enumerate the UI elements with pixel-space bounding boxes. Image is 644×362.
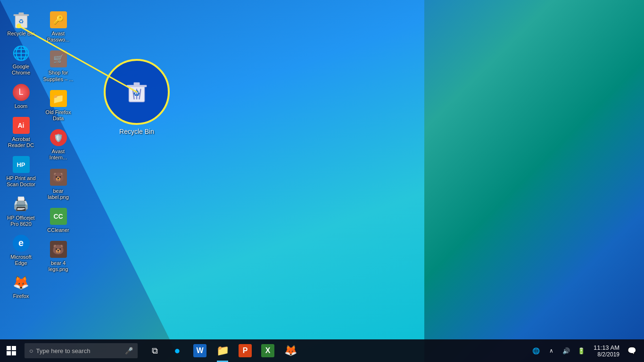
svg-text:♻: ♻ — [18, 18, 24, 25]
network-status-icon: 🌐 — [532, 347, 540, 354]
acrobat-icon: Ai — [12, 116, 31, 135]
search-bar[interactable]: ○ Type here to search 🎤 — [25, 343, 138, 358]
avast-intern-icon: 🛡️ — [49, 128, 68, 147]
firefox-icon: 🦊 — [12, 273, 31, 292]
desktop-icon-old-firefox[interactable]: 📁 Old Firefox Data — [41, 87, 76, 124]
loom-label: Loom — [15, 103, 28, 109]
old-firefox-icon: 📁 — [49, 89, 68, 108]
recycle-bin-icon: ♻ — [12, 10, 31, 29]
battery-icon[interactable]: 🔋 — [574, 339, 589, 362]
desktop-icon-hp-print[interactable]: HP HP Print and Scan Doctor — [3, 153, 39, 190]
taskbar-powerpoint[interactable]: P — [234, 339, 256, 362]
taskbar-right-area: 🌐 ∧ 🔊 🔋 11:13 AM 8/2/2019 🗨️ — [528, 339, 644, 362]
task-view-icon: ⧉ — [152, 346, 158, 356]
hp-officejet-icon: 🖨️ — [12, 195, 31, 214]
search-placeholder: Type here to search — [36, 347, 125, 354]
edge-label: Microsoft Edge — [5, 254, 37, 266]
hp-officejet-label: HP Officejet Pro 8620 — [5, 215, 37, 227]
taskbar: ○ Type here to search 🎤 ⧉ ● W 📁 P X 🦊 — [0, 339, 644, 362]
desktop-icon-loom[interactable]: L Loom — [3, 81, 39, 112]
desktop-icon-edge[interactable]: e Microsoft Edge — [3, 231, 39, 269]
desktop-icon-avast-intern[interactable]: 🛡️ Avast Intern... — [41, 126, 76, 163]
chrome-icon: 🌐 — [12, 43, 31, 62]
highlighted-recycle-bin-label: Recycle Bin — [119, 128, 154, 135]
desktop-icon-ccleaner[interactable]: CC CCleaner — [41, 205, 76, 236]
desktop-icon-firefox[interactable]: 🦊 Firefox — [3, 271, 39, 302]
clock-date: 8/2/2019 — [597, 351, 619, 358]
svg-rect-2 — [18, 13, 24, 15]
old-firefox-label: Old Firefox Data — [42, 109, 74, 122]
desktop-background — [0, 0, 644, 362]
highlight-circle: ♻ — [104, 59, 170, 125]
svg-rect-6 — [134, 82, 140, 85]
notification-button[interactable]: 🗨️ — [624, 339, 639, 362]
firefox-label: Firefox — [13, 293, 29, 299]
ccleaner-icon: CC — [49, 207, 68, 226]
recycle-bin-highlight: ♻ Recycle Bin — [104, 59, 170, 135]
shop-label: Shop for Supplies – ... — [42, 70, 74, 82]
file-explorer-icon: 📁 — [216, 345, 229, 357]
excel-icon: X — [261, 344, 274, 357]
desktop-icon-bear-label[interactable]: 🐻 bear label.png — [41, 165, 76, 203]
windows-logo — [7, 346, 16, 355]
recycle-bin-label: Recycle Bin — [7, 31, 34, 37]
desktop-icon-hp-officejet[interactable]: 🖨️ HP Officejet Pro 8620 — [3, 192, 39, 230]
hp-print-label: HP Print and Scan Doctor — [5, 175, 37, 188]
desktop-icon-acrobat[interactable]: Ai Acrobat Reader DC — [3, 114, 39, 151]
desktop-icon-bear4[interactable]: 🐻 bear 4 legs.png — [41, 238, 76, 275]
cortana-icon: ● — [174, 345, 180, 357]
microphone-icon: 🎤 — [125, 347, 133, 354]
svg-text:♻: ♻ — [133, 89, 140, 98]
bear-label-label: bear label.png — [42, 188, 74, 200]
chevron-up-icon[interactable]: ∧ — [544, 339, 559, 362]
avast-intern-label: Avast Intern... — [42, 148, 74, 161]
desktop-icons-area: ♻ Recycle Bin 🌐 Google Chrome L Loom Ai … — [0, 5, 80, 343]
loom-icon: L — [12, 83, 31, 102]
taskbar-excel[interactable]: X — [256, 339, 279, 362]
desktop-icon-shop[interactable]: 🛒 Shop for Supplies – ... — [41, 47, 76, 84]
ccleaner-label: CCleaner — [47, 227, 69, 233]
notification-icon: 🗨️ — [627, 346, 636, 355]
taskbar-file-explorer[interactable]: 📁 — [211, 339, 234, 362]
avast-pass-label: Avast Passwo... — [42, 31, 74, 43]
network-icon[interactable]: 🌐 — [528, 339, 544, 362]
highlighted-recycle-bin-icon: ♻ — [125, 81, 148, 103]
search-icon: ○ — [29, 347, 33, 354]
desktop-icon-avast-pass[interactable]: 🔑 Avast Passwo... — [41, 8, 76, 45]
taskbar-firefox[interactable]: 🦊 — [279, 339, 302, 362]
acrobat-label: Acrobat Reader DC — [5, 136, 37, 148]
desktop-icon-chrome[interactable]: 🌐 Google Chrome — [3, 41, 39, 78]
desktop-icon-recycle-bin[interactable]: ♻ Recycle Bin — [3, 8, 39, 39]
word-icon: W — [193, 344, 206, 357]
bear4-label: bear 4 legs.png — [42, 260, 74, 272]
powerpoint-icon: P — [239, 344, 252, 357]
bear-label-icon: 🐻 — [49, 168, 68, 187]
clock-time: 11:13 AM — [594, 344, 619, 351]
edge-icon: e — [12, 234, 31, 253]
chrome-label: Google Chrome — [5, 64, 37, 76]
taskbar-word[interactable]: W — [189, 339, 211, 362]
start-button[interactable] — [0, 339, 23, 362]
shop-icon: 🛒 — [49, 49, 68, 68]
taskbar-cortana[interactable]: ● — [166, 339, 189, 362]
hp-print-icon: HP — [12, 155, 31, 174]
system-clock[interactable]: 11:13 AM 8/2/2019 — [589, 339, 624, 362]
task-view-button[interactable]: ⧉ — [143, 339, 166, 362]
volume-icon[interactable]: 🔊 — [559, 339, 574, 362]
avast-pass-icon: 🔑 — [49, 10, 68, 29]
taskbar-pinned-apps: ● W 📁 P X 🦊 — [166, 339, 528, 362]
bear4-icon: 🐻 — [49, 240, 68, 259]
firefox-taskbar-icon: 🦊 — [284, 345, 297, 357]
